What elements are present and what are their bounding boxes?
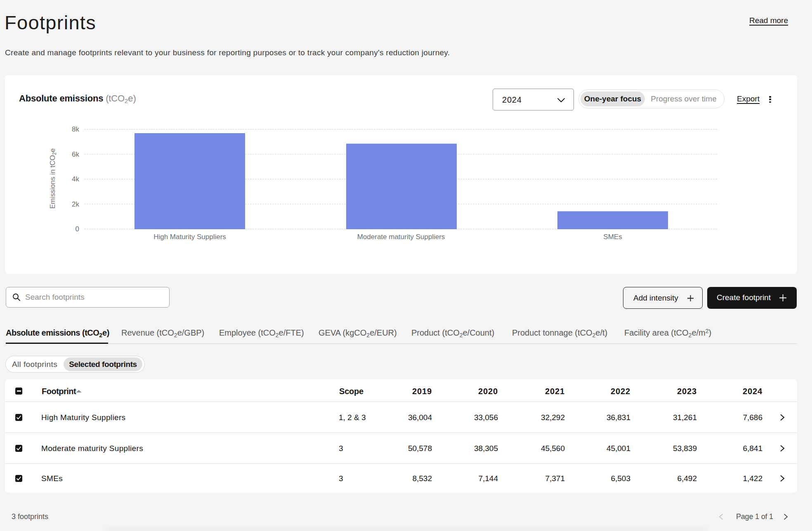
svg-text:4k: 4k — [72, 175, 79, 183]
svg-text:SMEs: SMEs — [603, 233, 622, 241]
svg-text:High Maturity Suppliers: High Maturity Suppliers — [153, 233, 226, 241]
svg-text:8k: 8k — [72, 125, 79, 133]
svg-text:Moderate maturity Suppliers: Moderate maturity Suppliers — [357, 233, 445, 241]
svg-text:2k: 2k — [72, 200, 79, 208]
svg-text:0: 0 — [76, 225, 79, 233]
svg-text:6k: 6k — [72, 150, 79, 158]
svg-text:Emissions in tCO2e: Emissions in tCO2e — [49, 148, 57, 209]
